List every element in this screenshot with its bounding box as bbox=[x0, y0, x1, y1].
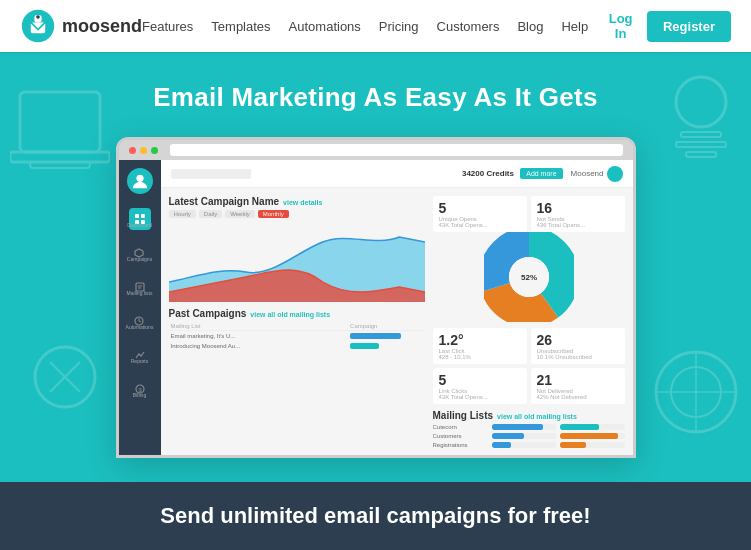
dash-right: 5 Unique Opens 43K Total Opens... 16 Not… bbox=[433, 196, 625, 447]
mailing-name-1: Cutecorn bbox=[433, 424, 488, 430]
stat-num-1: 5 bbox=[439, 200, 521, 216]
mailing-lists-title: Mailing Lists view all old mailing lists bbox=[433, 410, 625, 421]
campaign-section-title: Latest Campaign Name view details bbox=[169, 196, 425, 207]
mailing-row-1: Cutecorn bbox=[433, 424, 625, 430]
campaign-name-2: Introducing Moosend Au... bbox=[169, 341, 349, 351]
stat-num-2: 16 bbox=[537, 200, 619, 216]
dash-body: Latest Campaign Name view details Hourly… bbox=[161, 188, 633, 455]
mailing-bar-wrap-1b bbox=[560, 424, 625, 430]
pie-chart-wrapper: 52% bbox=[433, 232, 625, 322]
nav-pricing[interactable]: Pricing bbox=[379, 19, 419, 34]
mailing-bar-fill-3b bbox=[560, 442, 586, 448]
svg-point-7 bbox=[676, 77, 726, 127]
stat-num-3: 1.2° bbox=[439, 332, 521, 348]
sidebar-automations-label: Automations bbox=[126, 324, 154, 330]
bottom-banner: Send unlimited email campaigns for free! bbox=[0, 482, 751, 550]
dot-red bbox=[129, 147, 136, 154]
svg-rect-20 bbox=[141, 214, 145, 218]
address-bar bbox=[170, 144, 623, 156]
mailing-bar-fill-2 bbox=[492, 433, 524, 439]
search-bar[interactable] bbox=[171, 169, 251, 179]
stat-sub-4: 10.1% Unsubscribed bbox=[537, 354, 619, 360]
credit-display: 34200 Credits Add more bbox=[462, 168, 563, 179]
mailing-bar-fill-1 bbox=[492, 424, 544, 430]
sidebar-campaigns-label: Campaigns bbox=[127, 256, 152, 262]
stat-sub-1: 43K Total Opens... bbox=[439, 222, 521, 228]
add-more-button[interactable]: Add more bbox=[520, 168, 562, 179]
sidebar-avatar bbox=[127, 168, 153, 194]
logo-icon bbox=[20, 8, 56, 44]
tab-monthly[interactable]: Monthly bbox=[258, 210, 289, 218]
dash-left: Latest Campaign Name view details Hourly… bbox=[169, 196, 425, 447]
dashboard: Dashboard Campaigns Mailing lists bbox=[119, 160, 633, 455]
nav-links: Features Templates Automations Pricing C… bbox=[142, 19, 588, 34]
svg-text:52%: 52% bbox=[520, 273, 536, 282]
nav-help[interactable]: Help bbox=[561, 19, 588, 34]
main-dashboard: 34200 Credits Add more Moosend bbox=[161, 160, 633, 455]
laptop: Dashboard Campaigns Mailing lists bbox=[116, 137, 636, 458]
campaign-name-1: Email marketing, It's U... bbox=[169, 331, 349, 342]
past-campaigns-table: Mailing List Campaign Email marketing, I… bbox=[169, 322, 425, 351]
mailing-bar-fill-1b bbox=[560, 424, 599, 430]
sidebar-billing-label: Billing bbox=[133, 392, 146, 398]
sidebar-dashboard-label: Dashboard bbox=[127, 222, 151, 228]
mailing-bar-wrap-3b bbox=[560, 442, 625, 448]
svg-point-18 bbox=[136, 175, 143, 182]
nav-customers[interactable]: Customers bbox=[437, 19, 500, 34]
tab-weekly[interactable]: Weekly bbox=[225, 210, 255, 218]
tab-hourly[interactable]: Hourly bbox=[169, 210, 196, 218]
pie-chart: 52% bbox=[484, 232, 574, 322]
sidebar: Dashboard Campaigns Mailing lists bbox=[119, 160, 161, 455]
navbar: moosend Features Templates Automations P… bbox=[0, 0, 751, 52]
login-button[interactable]: Log In bbox=[604, 11, 637, 41]
nav-features[interactable]: Features bbox=[142, 19, 193, 34]
stat-sub-2: 436 Total Opens... bbox=[537, 222, 619, 228]
dot-yellow bbox=[140, 147, 147, 154]
dash-topbar: 34200 Credits Add more Moosend bbox=[161, 160, 633, 188]
stat-sub-5: 43K Total Opens... bbox=[439, 394, 521, 400]
svg-line-28 bbox=[139, 321, 141, 322]
svg-point-3 bbox=[36, 15, 40, 19]
svg-rect-19 bbox=[135, 214, 139, 218]
logo-text: moosend bbox=[62, 16, 142, 37]
mailing-bar-wrap-2b bbox=[560, 433, 625, 439]
stat-unsubscribed: 26 Unsubscribed 10.1% Unsubscribed bbox=[531, 328, 625, 364]
col-mailing: Mailing List bbox=[169, 322, 349, 331]
mailing-bar-wrap-1 bbox=[492, 424, 557, 430]
sidebar-reports-label: Reports bbox=[131, 358, 149, 364]
user-badge: Moosend bbox=[571, 166, 623, 182]
user-avatar bbox=[607, 166, 623, 182]
hero-section: Email Marketing As Easy As It Gets bbox=[0, 52, 751, 482]
stat-not-sends: 16 Not Sends 436 Total Opens... bbox=[531, 196, 625, 232]
mailing-row-2: Customers bbox=[433, 433, 625, 439]
mailing-row-3: Registrations bbox=[433, 442, 625, 448]
dot-green bbox=[151, 147, 158, 154]
stat-sub-6: 42% Not Delivered bbox=[537, 394, 619, 400]
stat-last-click: 1.2° Last Click 428 - 10.1% bbox=[433, 328, 527, 364]
mailing-name-2: Customers bbox=[433, 433, 488, 439]
stats-grid: 5 Unique Opens 43K Total Opens... 16 Not… bbox=[433, 196, 625, 232]
campaign-chart bbox=[169, 222, 425, 302]
nav-automations[interactable]: Automations bbox=[289, 19, 361, 34]
nav-blog[interactable]: Blog bbox=[517, 19, 543, 34]
stat-unique-opens: 5 Unique Opens 43K Total Opens... bbox=[433, 196, 527, 232]
register-button[interactable]: Register bbox=[647, 11, 731, 42]
col-campaign: Campaign bbox=[348, 322, 424, 331]
stats-grid-2: 1.2° Last Click 428 - 10.1% 26 Unsubscri… bbox=[433, 328, 625, 404]
mailing-bar-wrap-3 bbox=[492, 442, 557, 448]
stat-sub-3: 428 - 10.1% bbox=[439, 354, 521, 360]
campaign-bar-2 bbox=[348, 341, 424, 351]
stat-link-clicks: 5 Link Clicks 43K Total Opens... bbox=[433, 368, 527, 404]
tab-daily[interactable]: Daily bbox=[199, 210, 222, 218]
stat-num-6: 21 bbox=[537, 372, 619, 388]
mailing-name-3: Registrations bbox=[433, 442, 488, 448]
stat-not-delivered: 21 Not Delivered 42% Not Delivered bbox=[531, 368, 625, 404]
nav-templates[interactable]: Templates bbox=[211, 19, 270, 34]
mailing-bar-fill-2b bbox=[560, 433, 618, 439]
logo-area: moosend bbox=[20, 8, 142, 44]
campaign-bar-1 bbox=[348, 331, 424, 342]
table-row: Email marketing, It's U... bbox=[169, 331, 425, 342]
laptop-top-bar bbox=[119, 140, 633, 160]
mailing-lists-section: Mailing Lists view all old mailing lists… bbox=[433, 410, 625, 448]
campaign-tabs: Hourly Daily Weekly Monthly bbox=[169, 210, 425, 218]
